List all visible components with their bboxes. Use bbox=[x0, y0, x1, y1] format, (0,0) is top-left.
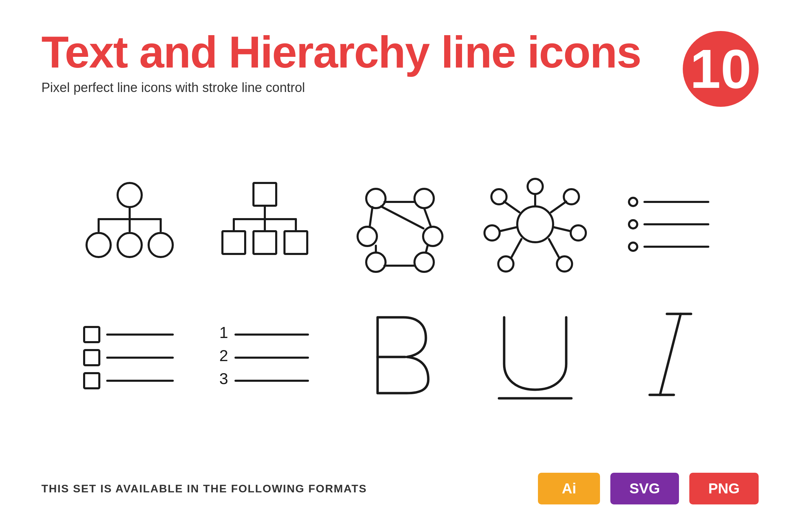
svg-rect-54 bbox=[84, 373, 99, 388]
svg-line-25 bbox=[370, 207, 372, 227]
svg-line-41 bbox=[511, 239, 521, 258]
icons-section: 1 2 3 bbox=[41, 114, 759, 466]
org-chart-circle-icon bbox=[64, 173, 195, 276]
svg-point-19 bbox=[414, 189, 434, 208]
svg-rect-16 bbox=[253, 231, 276, 254]
count-badge: 10 bbox=[683, 31, 759, 107]
svg-text:1: 1 bbox=[219, 324, 228, 341]
italic-i-icon bbox=[605, 304, 736, 407]
svg-point-6 bbox=[87, 233, 111, 257]
network-graph-icon bbox=[334, 173, 466, 276]
org-chart-square-icon bbox=[199, 173, 330, 276]
svg-text:3: 3 bbox=[219, 370, 228, 388]
svg-line-26 bbox=[381, 206, 423, 228]
numbered-list-icon: 1 2 3 bbox=[199, 304, 330, 407]
svg-point-21 bbox=[423, 227, 442, 246]
svg-point-0 bbox=[118, 183, 142, 207]
svg-point-46 bbox=[629, 198, 637, 206]
svg-line-30 bbox=[424, 208, 431, 227]
svg-rect-15 bbox=[222, 231, 245, 254]
svg-rect-52 bbox=[84, 327, 99, 342]
svg-line-35 bbox=[551, 202, 566, 212]
svg-rect-53 bbox=[84, 350, 99, 365]
format-badge-svg[interactable]: SVG bbox=[610, 473, 679, 504]
svg-point-7 bbox=[118, 233, 142, 257]
icons-row-1 bbox=[41, 159, 759, 290]
page-title: Text and Hierarchy line icons bbox=[41, 28, 641, 77]
format-png-label: PNG bbox=[708, 480, 740, 497]
svg-line-39 bbox=[549, 239, 559, 258]
format-badges: Ai SVG PNG bbox=[538, 473, 759, 504]
format-ai-label: Ai bbox=[562, 480, 576, 497]
bullet-list-icon bbox=[605, 173, 736, 276]
bold-b-icon bbox=[334, 304, 466, 407]
page-wrapper: Text and Hierarchy line icons Pixel perf… bbox=[0, 0, 800, 532]
svg-point-8 bbox=[149, 233, 173, 257]
svg-line-43 bbox=[500, 227, 517, 231]
svg-point-18 bbox=[366, 189, 386, 208]
svg-point-22 bbox=[366, 253, 386, 272]
svg-rect-9 bbox=[253, 183, 276, 206]
svg-text:2: 2 bbox=[219, 347, 228, 365]
svg-line-45 bbox=[504, 202, 519, 212]
page-subtitle: Pixel perfect line icons with stroke lin… bbox=[41, 80, 641, 95]
underline-u-icon bbox=[470, 304, 601, 407]
format-badge-png[interactable]: PNG bbox=[689, 473, 759, 504]
svg-line-65 bbox=[660, 314, 681, 395]
svg-point-42 bbox=[484, 225, 500, 241]
svg-point-31 bbox=[517, 206, 553, 242]
svg-rect-17 bbox=[284, 231, 307, 254]
format-badge-ai[interactable]: Ai bbox=[538, 473, 600, 504]
svg-point-36 bbox=[571, 225, 586, 241]
svg-line-37 bbox=[553, 227, 571, 231]
svg-point-48 bbox=[629, 243, 637, 251]
footer-available-text: THIS SET IS AVAILABLE IN THE FOLLOWING F… bbox=[41, 482, 367, 495]
svg-point-47 bbox=[629, 220, 637, 228]
svg-line-29 bbox=[426, 246, 428, 253]
header-left: Text and Hierarchy line icons Pixel perf… bbox=[41, 28, 641, 95]
footer: THIS SET IS AVAILABLE IN THE FOLLOWING F… bbox=[41, 466, 759, 504]
icons-row-2: 1 2 3 bbox=[41, 290, 759, 421]
badge-number: 10 bbox=[690, 41, 751, 96]
hub-spokes-icon bbox=[470, 173, 601, 276]
header: Text and Hierarchy line icons Pixel perf… bbox=[41, 28, 759, 107]
svg-point-23 bbox=[414, 253, 434, 272]
svg-point-32 bbox=[528, 179, 543, 194]
svg-point-20 bbox=[358, 227, 377, 246]
checkbox-list-icon bbox=[64, 304, 195, 407]
format-svg-label: SVG bbox=[629, 480, 660, 497]
